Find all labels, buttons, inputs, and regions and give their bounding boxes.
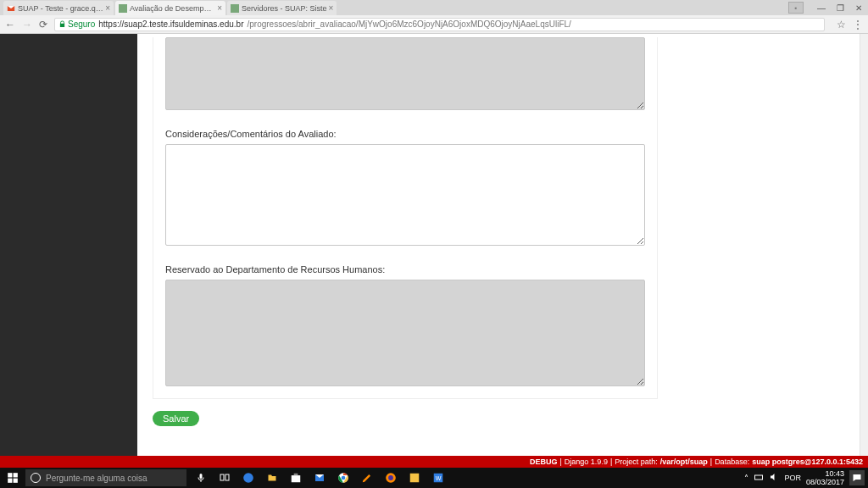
svg-point-15 — [388, 475, 393, 480]
window-minimize-button[interactable]: — — [812, 0, 831, 15]
svg-rect-10 — [294, 474, 298, 475]
browser-tab-gmail[interactable]: SUAP - Teste - grace.que… × — [3, 1, 114, 15]
sticky-notes-icon[interactable] — [407, 470, 422, 485]
start-button[interactable] — [0, 468, 25, 488]
tray-language[interactable]: POR — [784, 474, 801, 482]
page-content: Considerações/Comentários do Avaliado: R… — [137, 34, 868, 456]
star-icon[interactable]: ☆ — [837, 19, 846, 30]
browser-address-bar: ← → ⟳ Seguro https://suap2.teste.ifsulde… — [0, 15, 868, 34]
svg-rect-0 — [119, 4, 127, 13]
svg-rect-7 — [225, 474, 229, 480]
firefox-icon[interactable] — [383, 470, 398, 485]
forward-icon: → — [22, 19, 32, 30]
suap-icon — [231, 4, 239, 13]
readonly-textarea-top — [165, 37, 645, 110]
paint-icon[interactable] — [359, 470, 375, 485]
save-button[interactable]: Salvar — [153, 411, 199, 426]
readonly-textarea-rh — [165, 280, 645, 386]
tab-title: Avaliação de Desempenh — [130, 4, 215, 13]
svg-rect-4 — [8, 479, 12, 483]
window-controls: ▪ — ❐ ✕ — [788, 0, 868, 15]
clock-date: 08/03/2017 — [806, 478, 844, 486]
close-icon[interactable]: × — [329, 3, 334, 13]
debug-project-label: Project path: — [615, 458, 658, 466]
tray-network-icon[interactable] — [754, 472, 764, 484]
debug-django: Django 1.9.9 — [565, 458, 608, 466]
debug-project-path: /var/opt/suap — [660, 458, 708, 466]
kebab-menu-icon[interactable]: ⋮ — [853, 19, 863, 30]
close-icon[interactable]: × — [217, 3, 222, 13]
edge-icon[interactable] — [241, 470, 256, 485]
svg-rect-3 — [14, 473, 18, 477]
svg-text:W: W — [436, 475, 442, 481]
debug-db-value: suap postgres@127.0.0.1:5432 — [752, 458, 863, 466]
search-placeholder: Pergunte-me alguma coisa — [46, 474, 147, 483]
windows-icon — [7, 472, 19, 484]
url-path: /progressoes/abrir_avaliacao/MjYwOjo6Mzc… — [247, 19, 570, 29]
window-close-button[interactable]: ✕ — [849, 0, 868, 15]
suap-icon — [119, 4, 127, 13]
word-icon[interactable]: W — [431, 470, 446, 485]
form-card: Considerações/Comentários do Avaliado: R… — [153, 37, 658, 399]
svg-rect-2 — [8, 473, 12, 477]
action-center-icon[interactable] — [849, 470, 865, 485]
close-icon[interactable]: × — [105, 3, 110, 13]
browser-tab-servidores[interactable]: Servidores - SUAP: Siste × — [227, 1, 337, 15]
clock-time: 10:43 — [806, 469, 844, 478]
lock-icon — [58, 20, 66, 28]
tab-title: Servidores - SUAP: Siste — [242, 4, 327, 13]
gmail-icon — [7, 4, 15, 13]
cortana-icon — [31, 473, 41, 483]
reload-icon[interactable]: ⟳ — [39, 19, 47, 30]
label-reservado-rh: Reservado ao Departamento de Recursos Hu… — [165, 264, 645, 274]
windows-taskbar: Pergunte-me alguma coisa W ˄ POR 10:43 0… — [0, 468, 868, 488]
mail-icon[interactable] — [312, 470, 327, 485]
svg-rect-5 — [14, 479, 18, 483]
svg-rect-9 — [292, 475, 301, 482]
chrome-user-icon[interactable]: ▪ — [788, 2, 804, 14]
file-explorer-icon[interactable] — [264, 470, 280, 485]
debug-db-label: Database: — [715, 458, 749, 466]
sidebar-dark — [0, 34, 137, 456]
task-view-icon[interactable] — [217, 470, 232, 485]
textarea-consideracoes-avaliado[interactable] — [165, 144, 645, 246]
mic-icon[interactable] — [193, 470, 209, 485]
url-host: https://suap2.teste.ifsuldeminas.edu.br — [98, 19, 243, 29]
page-viewport: Considerações/Comentários do Avaliado: R… — [0, 34, 868, 456]
tab-title: SUAP - Teste - grace.que… — [18, 4, 103, 13]
store-icon[interactable] — [288, 470, 303, 485]
secure-badge: Seguro — [58, 19, 95, 29]
chrome-icon[interactable] — [336, 470, 351, 485]
svg-point-8 — [243, 473, 253, 483]
svg-point-13 — [342, 476, 346, 480]
tray-chevron-icon[interactable]: ˄ — [744, 474, 748, 483]
debug-bar: DEBUG | Django 1.9.9 | Project path: /va… — [0, 456, 868, 468]
taskbar-pinned-apps: W — [193, 470, 446, 485]
label-consideracoes-avaliado: Considerações/Comentários do Avaliado: — [165, 129, 645, 139]
system-tray: ˄ POR 10:43 08/03/2017 — [744, 468, 865, 488]
vertical-scrollbar[interactable] — [860, 34, 868, 456]
debug-prefix: DEBUG — [530, 458, 558, 466]
svg-rect-19 — [755, 475, 763, 480]
svg-rect-1 — [231, 4, 239, 13]
browser-tab-strip: SUAP - Teste - grace.que… × Avaliação de… — [0, 0, 868, 15]
browser-tab-active[interactable]: Avaliação de Desempenh × — [115, 1, 225, 15]
field-top-readonly — [165, 37, 645, 114]
window-maximize-button[interactable]: ❐ — [831, 0, 849, 15]
tray-volume-icon[interactable] — [769, 472, 779, 484]
svg-rect-6 — [220, 474, 224, 480]
taskbar-clock[interactable]: 10:43 08/03/2017 — [806, 469, 844, 486]
secure-label: Seguro — [68, 19, 95, 29]
omnibox[interactable]: Seguro https://suap2.teste.ifsuldeminas.… — [54, 18, 825, 31]
back-icon[interactable]: ← — [5, 19, 15, 30]
cortana-search[interactable]: Pergunte-me alguma coisa — [25, 469, 186, 486]
svg-rect-16 — [410, 474, 420, 483]
